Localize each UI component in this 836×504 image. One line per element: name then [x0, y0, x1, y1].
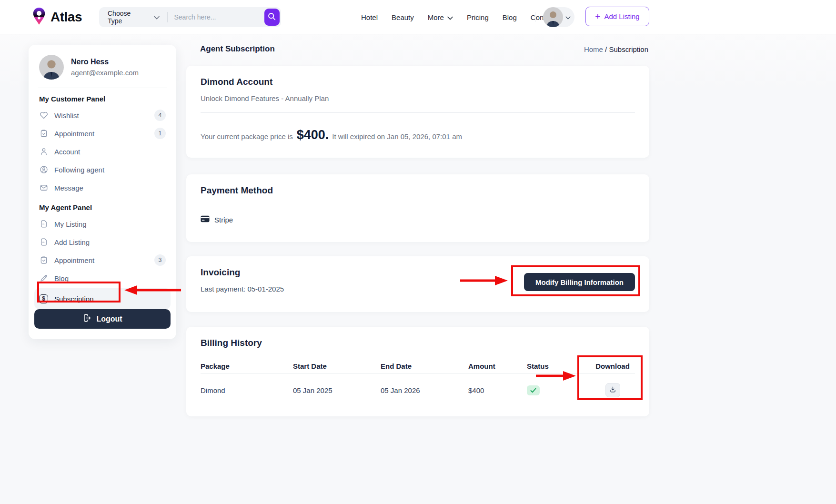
chevron-down-icon	[154, 13, 160, 21]
nav-link-label: Beauty	[392, 13, 414, 21]
breadcrumb-home-link[interactable]: Home	[584, 45, 603, 53]
customer-panel-heading: My Customer Panel	[39, 95, 166, 103]
user-icon	[39, 147, 48, 156]
nav-link-label: Blog	[503, 13, 517, 21]
sidebar-item-appointment-agent[interactable]: Appointment 3	[39, 251, 166, 269]
package-price: $400.	[297, 128, 329, 142]
search-button[interactable]	[264, 9, 280, 26]
main-content: Agent Subscription Home / Subscription D…	[186, 42, 649, 56]
page-title: Agent Subscription	[200, 44, 275, 54]
atlas-pin-icon	[30, 7, 48, 28]
nav-link-hotel[interactable]: Hotel	[361, 13, 378, 21]
brand-logo[interactable]: Atlas	[30, 7, 82, 28]
card-title: Dimond Account	[201, 66, 635, 87]
payment-method-name: Stripe	[214, 216, 233, 224]
breadcrumb-current: Subscription	[609, 45, 648, 53]
column-header-package: Package	[201, 362, 293, 370]
nav-link-beauty[interactable]: Beauty	[392, 13, 414, 21]
plan-subtitle: Unlock Dimond Features - Annually Plan	[201, 94, 635, 102]
divider	[201, 206, 635, 206]
cell-end-date: 05 Jan 2026	[381, 386, 468, 394]
brand-name: Atlas	[50, 10, 82, 25]
sidebar-item-label: Appointment	[54, 256, 94, 264]
chevron-down-icon	[447, 13, 453, 21]
download-invoice-button[interactable]	[605, 383, 620, 397]
column-header-end-date: End Date	[381, 362, 468, 370]
add-listing-button[interactable]: + Add Listing	[585, 7, 649, 26]
top-navbar: Atlas Choose Type Hotel Beauty More Pric…	[0, 0, 836, 34]
modify-billing-button[interactable]: Modify Billing Information	[524, 273, 635, 291]
sidebar-item-my-listing[interactable]: My Listing	[39, 215, 166, 233]
avatar	[39, 55, 64, 80]
dashboard-sidebar: Nero Hess agent@example.com My Customer …	[29, 45, 176, 339]
cell-status	[527, 385, 590, 395]
sidebar-item-label: Blog	[54, 274, 69, 282]
count-badge: 1	[154, 128, 166, 139]
sidebar-item-label: Subscription	[54, 295, 94, 303]
clipboard-check-icon	[39, 129, 48, 138]
dollar-icon: $	[39, 294, 48, 303]
column-header-status: Status	[527, 362, 590, 370]
cell-amount: $400	[468, 386, 527, 394]
document-icon	[39, 238, 48, 247]
agent-panel-heading: My Agent Panel	[39, 203, 166, 212]
pencil-icon	[39, 274, 48, 283]
table-row: Dimond 05 Jan 2025 05 Jan 2026 $400	[201, 378, 635, 403]
sidebar-item-add-listing[interactable]: Add Listing	[39, 233, 166, 251]
download-icon	[609, 386, 616, 394]
logout-button[interactable]: Logout	[34, 309, 171, 329]
search-input[interactable]	[168, 13, 264, 21]
sidebar-item-message[interactable]: Message	[39, 179, 166, 197]
column-header-amount: Amount	[468, 362, 527, 370]
count-badge: 4	[154, 110, 166, 121]
sidebar-item-label: Message	[54, 184, 83, 192]
nav-link-label: Pricing	[467, 13, 489, 21]
user-menu[interactable]	[543, 7, 574, 27]
nav-link-more[interactable]: More	[428, 13, 453, 21]
logout-label: Logout	[96, 315, 122, 323]
credit-card-icon	[201, 215, 210, 224]
breadcrumb: Home / Subscription	[584, 45, 648, 53]
dimond-account-card: Dimond Account Unlock Dimond Features - …	[186, 66, 649, 158]
nav-link-pricing[interactable]: Pricing	[467, 13, 489, 21]
card-title: Billing History	[201, 327, 635, 348]
column-header-download: Download	[590, 362, 635, 370]
sidebar-item-blog[interactable]: Blog	[39, 269, 166, 287]
envelope-icon	[39, 183, 48, 192]
billing-history-card: Billing History Package Start Date End D…	[186, 327, 649, 416]
card-title: Payment Method	[201, 174, 635, 196]
cell-start-date: 05 Jan 2025	[293, 386, 381, 394]
sidebar-divider	[38, 88, 167, 88]
breadcrumb-separator: /	[603, 45, 609, 53]
sidebar-item-account[interactable]: Account	[39, 142, 166, 161]
sidebar-item-label: Add Listing	[54, 238, 90, 246]
sidebar-item-subscription[interactable]: $ Subscription	[34, 288, 171, 309]
heart-icon	[39, 111, 48, 120]
invoicing-card: Invoicing Last payment: 05-01-2025 Modif…	[186, 256, 649, 312]
plus-icon: +	[595, 12, 600, 21]
table-header-row: Package Start Date End Date Amount Statu…	[201, 359, 635, 373]
chevron-down-icon	[565, 13, 571, 21]
divider	[201, 373, 635, 373]
sidebar-item-label: Account	[54, 148, 80, 156]
price-suffix: It will exipired on Jan 05, 2026, 07:01 …	[332, 132, 462, 141]
price-prefix: Your current package price is	[201, 132, 293, 141]
nav-link-label: Hotel	[361, 13, 378, 21]
user-name: Nero Hess	[71, 58, 139, 66]
document-icon	[39, 220, 48, 229]
nav-link-blog[interactable]: Blog	[503, 13, 517, 21]
sidebar-item-label: Appointment	[54, 130, 94, 138]
column-header-start-date: Start Date	[293, 362, 381, 370]
sidebar-item-label: Wishlist	[54, 111, 79, 120]
cell-download	[590, 383, 635, 397]
user-email: agent@example.com	[71, 69, 139, 77]
status-paid-badge	[527, 385, 540, 395]
sidebar-item-wishlist[interactable]: Wishlist 4	[39, 106, 166, 124]
nav-links: Hotel Beauty More Pricing Blog Contact	[361, 0, 555, 34]
choose-type-dropdown[interactable]: Choose Type	[99, 10, 167, 25]
choose-type-label: Choose Type	[108, 10, 141, 25]
sidebar-item-following-agent[interactable]: Following agent	[39, 161, 166, 179]
check-icon	[530, 386, 536, 394]
sidebar-item-appointment[interactable]: Appointment 1	[39, 124, 166, 142]
nav-separator	[535, 12, 535, 22]
